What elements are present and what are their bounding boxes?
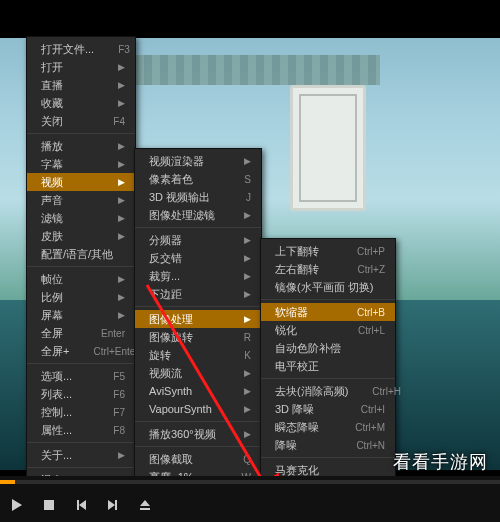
menu-ratio[interactable]: 比例▶ [27, 288, 135, 306]
menu-sharpen[interactable]: 锐化Ctrl+L [261, 321, 395, 339]
menu-label: 去块(消除高频) [275, 384, 348, 399]
menu-label: 自动色阶补偿 [275, 341, 341, 356]
chevron-right-icon: ▶ [118, 141, 125, 151]
menu-offscreen[interactable]: 下边距▶ [135, 285, 261, 303]
menu-label: 播放 [41, 139, 63, 154]
menu-vapoursynth[interactable]: VapourSynth▶ [135, 400, 261, 418]
menu-about[interactable]: 关于...▶ [27, 446, 135, 464]
menu-label: 比例 [41, 290, 63, 305]
menu-label: 分频器 [149, 233, 182, 248]
menu-label: 滤镜 [41, 211, 63, 226]
menu-label: 声音 [41, 193, 63, 208]
menu-favorite[interactable]: 收藏▶ [27, 94, 135, 112]
menu-audio[interactable]: 声音▶ [27, 191, 135, 209]
chevron-right-icon: ▶ [118, 195, 125, 205]
menu-label: 帧位 [41, 272, 63, 287]
chevron-right-icon: ▶ [118, 80, 125, 90]
menu-open-file[interactable]: 打开文件...F3 [27, 40, 135, 58]
play-button[interactable] [6, 494, 28, 516]
menu-deinterlace[interactable]: 反交错▶ [135, 249, 261, 267]
menu-denoise-3d[interactable]: 3D 降噪Ctrl+I [261, 400, 395, 418]
menu-auto-level[interactable]: 自动色阶补偿 [261, 339, 395, 357]
next-button[interactable] [102, 494, 124, 516]
open-button[interactable] [134, 494, 156, 516]
menu-screen[interactable]: 屏幕▶ [27, 306, 135, 324]
chevron-right-icon: ▶ [244, 368, 251, 378]
context-menu-main[interactable]: 打开文件...F3 打开▶ 直播▶ 收藏▶ 关闭F4 播放▶ 字幕▶ 视频▶ 声… [26, 36, 136, 493]
prev-icon [74, 498, 88, 512]
menu-crop[interactable]: 裁剪...▶ [135, 267, 261, 285]
menu-label: 选项... [41, 369, 72, 384]
menu-shortcut: J [246, 192, 251, 203]
menu-flip-vertical[interactable]: 上下翻转Ctrl+P [261, 242, 395, 260]
menu-shortcut: S [244, 174, 251, 185]
menu-options[interactable]: 选项...F5 [27, 367, 135, 385]
context-menu-video[interactable]: 视频渲染器▶ 像素着色S 3D 视频输出J 图像处理滤镜▶ 分频器▶ 反交错▶ … [134, 148, 262, 522]
menu-shortcut: Ctrl+L [358, 325, 385, 336]
menu-separator [135, 306, 261, 307]
chevron-right-icon: ▶ [118, 450, 125, 460]
menu-separator [27, 133, 135, 134]
menu-properties[interactable]: 属性...F8 [27, 421, 135, 439]
menu-control[interactable]: 控制...F7 [27, 403, 135, 421]
chevron-right-icon: ▶ [244, 253, 251, 263]
menu-separator [135, 227, 261, 228]
menu-soft[interactable]: 软缩器Ctrl+B [261, 303, 395, 321]
menu-fullscreen-alt[interactable]: 全屏+Ctrl+Enter [27, 342, 135, 360]
menu-rotate[interactable]: 旋转K [135, 346, 261, 364]
menu-shortcut: F7 [113, 407, 125, 418]
menu-video[interactable]: 视频▶ [27, 173, 135, 191]
menu-image-process[interactable]: 图像处理▶ [135, 310, 261, 328]
menu-filter[interactable]: 滤镜▶ [27, 209, 135, 227]
menu-capture[interactable]: 图像截取Q [135, 450, 261, 468]
menu-shortcut: Ctrl+Enter [93, 346, 138, 357]
menu-tv-level[interactable]: 电平校正 [261, 357, 395, 375]
menu-label: 裁剪... [149, 269, 180, 284]
menu-shortcut: Enter [101, 328, 125, 339]
menu-config[interactable]: 配置/语言/其他▶ [27, 245, 135, 263]
menu-video-track[interactable]: 视频流▶ [135, 364, 261, 382]
menu-split[interactable]: 分频器▶ [135, 231, 261, 249]
menu-shortcut: Ctrl+Z [358, 264, 386, 275]
menu-label: 收藏 [41, 96, 63, 111]
menu-playback[interactable]: 播放▶ [27, 137, 135, 155]
stop-button[interactable] [38, 494, 60, 516]
menu-direct[interactable]: 直播▶ [27, 76, 135, 94]
player-timeline[interactable] [0, 480, 500, 484]
menu-image-rotate[interactable]: 图像旋转R [135, 328, 261, 346]
timeline-progress [0, 480, 15, 484]
menu-label: AviSynth [149, 385, 192, 397]
menu-open[interactable]: 打开▶ [27, 58, 135, 76]
chevron-right-icon: ▶ [244, 156, 251, 166]
menu-separator [261, 378, 395, 379]
menu-renderer[interactable]: 视频渲染器▶ [135, 152, 261, 170]
menu-frame[interactable]: 帧位▶ [27, 270, 135, 288]
menu-label: 列表... [41, 387, 72, 402]
eject-icon [138, 498, 152, 512]
menu-shortcut: Ctrl+H [372, 386, 401, 397]
menu-subtitle[interactable]: 字幕▶ [27, 155, 135, 173]
menu-denoise-temporal[interactable]: 瞬态降噪Ctrl+M [261, 418, 395, 436]
menu-avisynth[interactable]: AviSynth▶ [135, 382, 261, 400]
menu-fullscreen[interactable]: 全屏Enter [27, 324, 135, 342]
chevron-right-icon: ▶ [118, 310, 125, 320]
menu-label: 降噪 [275, 438, 297, 453]
menu-playlist[interactable]: 列表...F6 [27, 385, 135, 403]
menu-vr360[interactable]: 播放360°视频▶ [135, 425, 261, 443]
menu-label: 瞬态降噪 [275, 420, 319, 435]
menu-mirror[interactable]: 镜像(水平画面 切换) [261, 278, 395, 296]
menu-image-filter[interactable]: 图像处理滤镜▶ [135, 206, 261, 224]
prev-button[interactable] [70, 494, 92, 516]
menu-label: 反交错 [149, 251, 182, 266]
menu-separator [135, 446, 261, 447]
stop-icon [42, 498, 56, 512]
menu-deblock[interactable]: 去块(消除高频)Ctrl+H [261, 382, 395, 400]
menu-pixel-shader[interactable]: 像素着色S [135, 170, 261, 188]
menu-close[interactable]: 关闭F4 [27, 112, 135, 130]
menu-3d-output[interactable]: 3D 视频输出J [135, 188, 261, 206]
chevron-right-icon: ▶ [244, 429, 251, 439]
menu-skin[interactable]: 皮肤▶ [27, 227, 135, 245]
menu-denoise[interactable]: 降噪Ctrl+N [261, 436, 395, 454]
menu-flip-horizontal[interactable]: 左右翻转Ctrl+Z [261, 260, 395, 278]
menu-shortcut: Q [243, 454, 251, 465]
